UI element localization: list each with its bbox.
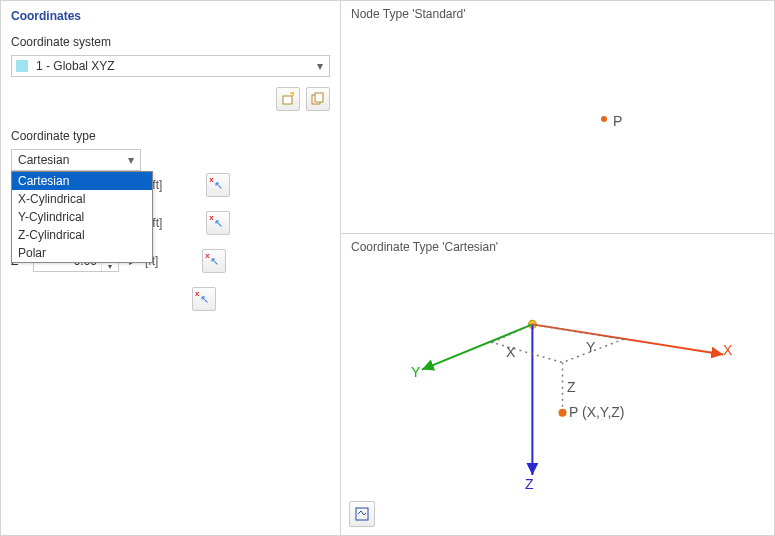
- proj-y-label: Y: [586, 339, 595, 355]
- new-coordinate-system-icon: [281, 92, 295, 106]
- pick-y-button[interactable]: x ↖: [206, 211, 230, 235]
- svg-rect-10: [356, 508, 368, 520]
- node-point-label: P: [613, 113, 622, 129]
- node-type-preview: Node Type 'Standard' P: [341, 1, 774, 234]
- coordinate-type-label: Coordinate type: [11, 129, 330, 143]
- axis-x-label: X: [723, 342, 732, 358]
- new-coordinate-system-button[interactable]: [276, 87, 300, 111]
- x-mark-icon: x: [205, 251, 209, 260]
- node-point-icon: [601, 116, 607, 122]
- proj-x-label: X: [506, 344, 515, 360]
- svg-rect-0: [283, 96, 292, 104]
- x-mark-icon: x: [195, 289, 199, 298]
- cursor-icon: ↖: [200, 293, 209, 306]
- x-mark-icon: x: [209, 213, 213, 222]
- svg-line-5: [532, 324, 723, 354]
- coordinates-panel: Coordinates Coordinate system 1 - Global…: [1, 1, 341, 535]
- coordinate-type-value: Cartesian: [18, 153, 122, 167]
- render-options-button[interactable]: [349, 501, 375, 527]
- app-window: Coordinates Coordinate system 1 - Global…: [0, 0, 775, 536]
- svg-rect-3: [315, 93, 323, 102]
- cursor-icon: ↖: [214, 179, 223, 192]
- chevron-down-icon: ▾: [122, 153, 140, 167]
- coordinate-type-option[interactable]: Z-Cylindrical: [12, 226, 152, 244]
- cursor-icon: ↖: [210, 255, 219, 268]
- preview-panel: Node Type 'Standard' P Coordinate Type '…: [341, 1, 774, 535]
- coordinate-type-dropdown: Cartesian X-Cylindrical Y-Cylindrical Z-…: [11, 171, 153, 263]
- proj-z-label: Z: [567, 379, 576, 395]
- coordinate-type-option[interactable]: Polar: [12, 244, 152, 262]
- x-mark-icon: x: [209, 175, 213, 184]
- panel-title: Coordinates: [11, 9, 330, 23]
- pick-z-button[interactable]: x ↖: [202, 249, 226, 273]
- coordinate-system-select[interactable]: 1 - Global XYZ ▾: [11, 55, 330, 77]
- coordinate-type-preview: Coordinate Type 'Cartesian': [341, 234, 774, 535]
- coord-row-global: x ↖: [11, 287, 330, 311]
- coordinate-type-option[interactable]: X-Cylindrical: [12, 190, 152, 208]
- axis-y-label: Y: [411, 364, 420, 380]
- node-type-title: Node Type 'Standard': [341, 1, 774, 27]
- coordinate-system-label: Coordinate system: [11, 35, 330, 49]
- axis-z-label: Z: [525, 476, 534, 492]
- coordinate-system-swatch-icon: [16, 60, 28, 72]
- coordinate-type-option[interactable]: Cartesian: [12, 172, 152, 190]
- coordinate-system-library-button[interactable]: [306, 87, 330, 111]
- coordinate-system-library-icon: [311, 92, 325, 106]
- cartesian-diagram-icon: [341, 234, 774, 535]
- chevron-down-icon: ▾: [311, 59, 329, 73]
- coordinate-system-toolbar: [11, 87, 330, 111]
- coordinate-type-select-wrapper: Cartesian ▾ Cartesian X-Cylindrical Y-Cy…: [11, 149, 141, 171]
- coordinate-type-option[interactable]: Y-Cylindrical: [12, 208, 152, 226]
- coordinate-system-value: 1 - Global XYZ: [34, 59, 311, 73]
- pick-x-button[interactable]: x ↖: [206, 173, 230, 197]
- cursor-icon: ↖: [214, 217, 223, 230]
- svg-point-9: [559, 408, 567, 416]
- render-options-icon: [355, 507, 369, 521]
- diagram-point-label: P (X,Y,Z): [569, 404, 625, 420]
- svg-line-6: [422, 324, 532, 369]
- coordinate-type-select[interactable]: Cartesian ▾: [11, 149, 141, 171]
- pick-global-button[interactable]: x ↖: [192, 287, 216, 311]
- svg-point-1: [292, 92, 294, 94]
